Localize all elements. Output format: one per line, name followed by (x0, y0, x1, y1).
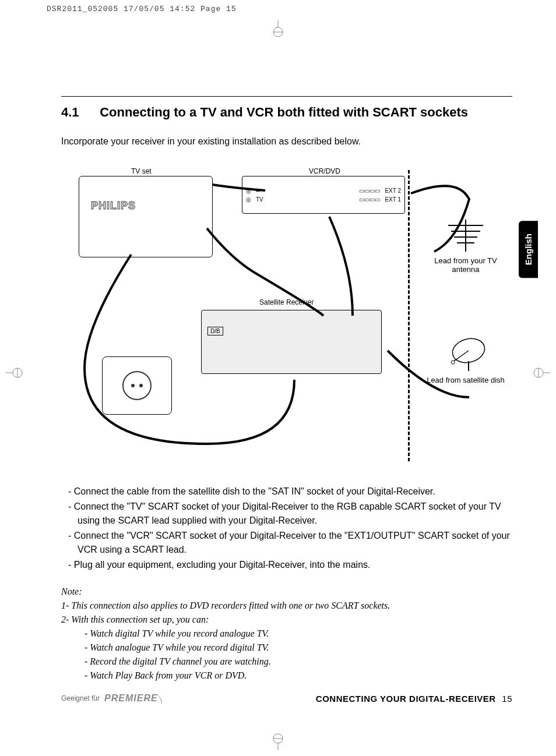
note-sub: - Watch Play Back from your VCR or DVD. (61, 669, 512, 683)
premiere-logo: PREMIERE (104, 693, 162, 704)
note-block: Note: 1- This connection also applies to… (61, 585, 512, 683)
crop-mark-bottom-icon (269, 733, 287, 750)
footer-section-title: CONNECTING YOUR DIGITAL-RECEIVER (316, 694, 496, 704)
note-sub: - Watch analogue TV while you record dig… (61, 641, 512, 655)
intro-text: Incorporate your receiver in your existi… (61, 136, 512, 147)
crop-mark-right-icon (533, 364, 550, 381)
section-heading: 4.1 Connecting to a TV and VCR both fitt… (61, 105, 512, 120)
note-sub: - Watch digital TV while you record anal… (61, 627, 512, 641)
crop-mark-top-icon (269, 20, 287, 38)
list-item: Connect the "TV" SCART socket of your Di… (61, 500, 512, 528)
note-line: 2- With this connection set up, you can: (61, 613, 512, 627)
note-label: Note: (61, 585, 512, 599)
cable-paths-icon (61, 164, 510, 467)
page-number: 15 (502, 694, 512, 704)
list-item: Plug all your equipment, excluding your … (61, 558, 512, 572)
list-item: Connect the "VCR" SCART socket of your D… (61, 529, 512, 557)
list-item: Connect the cable from the satellite dis… (61, 485, 512, 499)
geeignet-text: Geeignet für (61, 694, 100, 702)
page-footer: Geeignet für PREMIERE CONNECTING YOUR DI… (61, 693, 512, 704)
language-tab: English (519, 221, 538, 278)
note-line: 1- This connection also applies to DVD r… (61, 599, 512, 613)
crop-mark-left-icon (6, 364, 23, 381)
section-divider (61, 96, 512, 97)
wiring-diagram: English TV set PHILIPS VCR/DVD ◎▪▪▭▭▭▭EX… (61, 164, 512, 467)
note-sub: - Record the digital TV channel you are … (61, 655, 512, 669)
section-number: 4.1 (61, 105, 96, 120)
instruction-list: Connect the cable from the satellite dis… (61, 485, 512, 572)
print-job-header: DSR2011_052005 17/05/05 14:52 Page 15 (47, 5, 237, 13)
section-title: Connecting to a TV and VCR both fitted w… (100, 105, 468, 119)
